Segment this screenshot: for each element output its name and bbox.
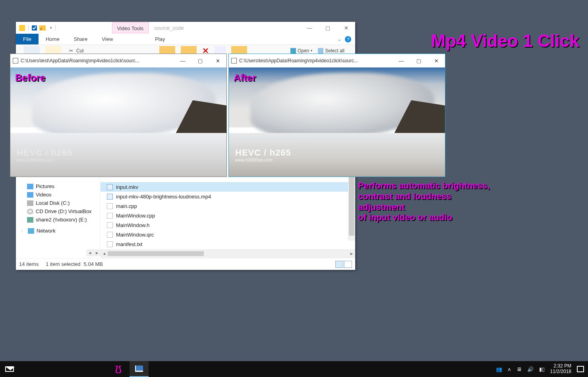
file-item[interactable]: MainWindow.h xyxy=(101,220,355,230)
system-tray: 👥 ʌ 🖥 🔊 ▮▯ 2:32 PM 11/2/2018 xyxy=(496,364,588,375)
video-frame: HEVC / h265 www.h265files.com xyxy=(229,67,445,177)
clock[interactable]: 2:32 PM 11/2/2018 xyxy=(550,364,571,375)
taskbar-app-1[interactable]: ⟅⟆ xyxy=(110,361,130,377)
maximize-button[interactable]: ▢ xyxy=(410,54,427,67)
open-label: Open xyxy=(298,48,309,54)
close-button[interactable]: ✕ xyxy=(337,22,355,34)
tab-share[interactable]: Share xyxy=(67,35,95,44)
close-button[interactable]: ✕ xyxy=(209,54,226,67)
tab-file[interactable]: File xyxy=(16,34,39,44)
network-icon[interactable]: 🖥 xyxy=(516,366,522,372)
separator xyxy=(28,25,29,31)
title-bar[interactable]: C:\Users\test\AppData\Roaming\mp4video1c… xyxy=(229,54,445,67)
chevron-right-icon: › xyxy=(21,229,25,233)
chevron-down-icon: ▾ xyxy=(311,49,312,52)
file-name: MainWindow.h xyxy=(116,222,150,228)
qat-folder-icon[interactable] xyxy=(39,25,46,31)
videos-icon xyxy=(27,192,33,198)
scrollbar-row: ◀ ▶ ◀ ▶ xyxy=(16,249,355,258)
taskbar-explorer[interactable] xyxy=(130,361,149,377)
tree-scroll-left[interactable]: ◀ xyxy=(86,249,93,256)
window-path: C:\Users\test\AppData\Roaming\mp4video1c… xyxy=(239,58,393,63)
file-item[interactable]: MainWindow.cpp xyxy=(101,211,355,220)
maximize-button[interactable]: ▢ xyxy=(319,22,337,34)
watermark: HEVC / h265 www.h265files.com xyxy=(17,148,73,162)
tree-item-share[interactable]: share2 (\\vboxsrv) (E:) xyxy=(16,215,100,227)
large-icons-view-button[interactable] xyxy=(344,261,352,268)
overlay-title: Mp4 Video 1 Click xyxy=(431,31,579,51)
pink-app-icon: ⟅⟆ xyxy=(115,364,125,374)
file-name: manifest.txt xyxy=(116,241,142,247)
selection-count: 1 item selected xyxy=(46,261,80,267)
video-frame: HEVC / h265 www.h265files.com xyxy=(10,67,226,177)
chevron-up-icon[interactable]: ʌ xyxy=(508,366,511,372)
tree-item-videos[interactable]: Videos xyxy=(16,190,100,199)
action-center-icon[interactable] xyxy=(577,366,584,372)
scissors-icon: ✂ xyxy=(69,48,75,54)
desc-line: contrast and loudness xyxy=(358,191,489,202)
file-item[interactable]: input-mkv-480p-brightness-loudness.mp4 xyxy=(101,192,355,201)
qat-dropdown[interactable] xyxy=(48,26,52,30)
app-icon[interactable] xyxy=(19,25,25,31)
cut-button[interactable]: ✂ Cut xyxy=(69,48,84,54)
h-file-icon xyxy=(107,222,113,228)
tab-home[interactable]: Home xyxy=(39,35,67,44)
file-item[interactable]: input.mkv xyxy=(101,182,355,192)
tree-label: Network xyxy=(37,228,56,234)
tree-item-cd-drive[interactable]: CD Drive (D:) VirtualBox xyxy=(16,207,100,215)
tree-label: Pictures xyxy=(36,183,54,189)
select-all-button[interactable]: Select all xyxy=(318,48,344,54)
overlay-description: Performs automatic brightness, contrast … xyxy=(358,181,489,223)
people-icon[interactable]: 👥 xyxy=(496,366,502,372)
minimize-button[interactable]: — xyxy=(174,54,191,67)
tree-item-network[interactable]: › Network xyxy=(16,227,100,235)
file-item[interactable]: manifest.txt xyxy=(101,239,355,249)
title-bar: Video Tools source_code — ▢ ✕ xyxy=(16,22,355,34)
quick-access-toolbar xyxy=(16,25,56,31)
tree-scroll-right[interactable]: ▶ xyxy=(93,249,101,256)
ribbon-tabs: File Home Share View Play ⌄ ? xyxy=(16,34,355,45)
minimize-button[interactable]: — xyxy=(300,22,319,34)
maximize-button[interactable]: ▢ xyxy=(191,54,209,67)
cd-icon xyxy=(27,209,33,214)
file-name: input.mkv xyxy=(116,184,138,190)
watermark-url: www.h265files.com xyxy=(17,158,73,162)
video-file-icon xyxy=(107,194,113,200)
tree-label: Videos xyxy=(36,192,52,198)
desc-line: Performs automatic brightness, xyxy=(358,181,489,191)
open-button[interactable]: Open ▾ xyxy=(290,48,312,54)
tab-play[interactable]: Play xyxy=(148,35,172,44)
close-button[interactable]: ✕ xyxy=(427,54,445,67)
window-title: source_code xyxy=(154,25,184,31)
status-bar: 14 items 1 item selected 5.04 MB xyxy=(16,258,355,270)
file-item[interactable]: main.cpp xyxy=(101,201,355,211)
details-view-button[interactable] xyxy=(335,261,343,268)
title-bar[interactable]: C:\Users\test\AppData\Roaming\mp4video1c… xyxy=(10,54,226,67)
desc-line: of input video or audio xyxy=(358,212,489,223)
file-item[interactable]: MainWindow.qrc xyxy=(101,230,355,239)
pictures-icon xyxy=(27,184,33,189)
volume-icon[interactable]: 🔊 xyxy=(527,366,534,372)
tree-item-local-disk[interactable]: Local Disk (C:) xyxy=(16,199,100,207)
explorer-icon xyxy=(135,365,143,372)
tree-label: Local Disk (C:) xyxy=(36,200,70,206)
cut-label: Cut xyxy=(76,48,84,54)
window-controls: — ▢ ✕ xyxy=(300,22,355,34)
taskbar-mail-button[interactable] xyxy=(0,361,19,377)
battery-icon[interactable]: ▮▯ xyxy=(539,366,545,372)
tree-label: share2 (\\vboxsrv) (E:) xyxy=(36,217,87,223)
ribbon-collapse-icon[interactable]: ⌄ xyxy=(337,36,342,42)
network-icon xyxy=(28,228,34,234)
item-count: 14 items xyxy=(19,261,39,267)
tree-item-pictures[interactable]: Pictures xyxy=(16,182,100,190)
horizontal-scrollbar[interactable]: ◀ ▶ xyxy=(101,249,355,258)
tab-view[interactable]: View xyxy=(95,35,120,44)
desc-line: adjustment xyxy=(358,202,489,213)
watermark-title: HEVC / h265 xyxy=(235,148,291,158)
qat-checkbox[interactable] xyxy=(32,25,37,31)
minimize-button[interactable]: — xyxy=(393,54,410,67)
clock-time: 2:32 PM xyxy=(550,364,571,369)
window-path: C:\Users\test\AppData\Roaming\mp4video1c… xyxy=(21,58,174,63)
cpp-file-icon xyxy=(107,213,113,219)
help-icon[interactable]: ? xyxy=(345,36,351,42)
